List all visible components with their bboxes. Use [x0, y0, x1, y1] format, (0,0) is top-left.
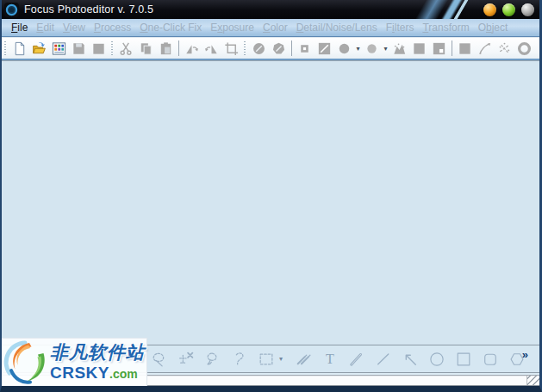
cut-button[interactable] — [116, 39, 136, 58]
crop-button[interactable] — [221, 39, 241, 58]
select-small-button[interactable] — [295, 39, 315, 58]
swatch-box-button[interactable] — [455, 39, 475, 58]
watermark: 非凡软件站 CRSKY.com — [2, 338, 147, 386]
canvas-area — [2, 60, 539, 345]
menu-object[interactable]: Object — [474, 20, 513, 35]
main-toolbar: ▾▾ — [2, 37, 539, 60]
rotate-left-button[interactable] — [182, 39, 202, 58]
minimize-button[interactable] — [483, 3, 496, 16]
brush-soft-button[interactable] — [362, 39, 382, 58]
app-window: Focus Photoeditor v. 7.0.5 FileEditViewP… — [0, 0, 542, 392]
magnetic-lasso-tool-button[interactable] — [150, 350, 169, 369]
menu-one-click-fix[interactable]: One-Click Fix — [135, 20, 206, 35]
toolbar-grip[interactable] — [243, 40, 246, 57]
tools-overflow-button[interactable]: » — [522, 348, 527, 361]
marquee-dropdown-caret-icon[interactable]: ▾ — [279, 355, 286, 363]
airbrush-button[interactable] — [389, 39, 409, 58]
menu-file[interactable]: File — [7, 20, 32, 35]
scatter-brush-button[interactable] — [495, 39, 514, 58]
menu-filters[interactable]: Filters — [382, 20, 419, 35]
toolbar-separator — [178, 40, 179, 56]
rounded-rect-tool-button[interactable] — [481, 350, 500, 369]
menu-process[interactable]: Process — [90, 20, 135, 35]
curve-lasso-tool-button[interactable] — [230, 350, 249, 369]
redo-button[interactable] — [269, 39, 289, 58]
app-logo-icon — [4, 3, 19, 17]
watermark-site-name: 非凡软件站 — [50, 344, 145, 362]
crsky-logo-icon — [3, 340, 48, 385]
copy-button[interactable] — [136, 39, 156, 58]
dropdown-caret-icon[interactable]: ▾ — [354, 45, 362, 53]
save-button[interactable] — [69, 39, 89, 58]
open-folder-button[interactable] — [29, 39, 49, 58]
color-ring-button[interactable] — [514, 39, 534, 58]
ellipse-tool-button[interactable] — [427, 350, 446, 369]
text-tool-button[interactable]: T — [321, 350, 340, 369]
menu-exposure[interactable]: Exposure — [206, 20, 259, 35]
watermark-domain: CRSKY.com — [50, 364, 145, 381]
arrow-tool-button[interactable] — [401, 350, 420, 369]
menu-bar: FileEditViewProcessOne-Click FixExposure… — [2, 19, 539, 37]
resize-grip[interactable] — [526, 376, 539, 385]
title-bar[interactable]: Focus Photoeditor v. 7.0.5 — [0, 0, 542, 19]
menu-color[interactable]: Color — [259, 20, 292, 35]
toolbar-grip[interactable] — [3, 40, 7, 57]
menu-edit[interactable]: Edit — [32, 20, 59, 35]
pencil-tool-button[interactable] — [347, 350, 366, 369]
maximize-button[interactable] — [502, 3, 515, 16]
pen-arrow-button[interactable] — [475, 39, 495, 58]
line-tool-button[interactable] — [374, 350, 393, 369]
new-document-button[interactable] — [9, 39, 29, 58]
window-title: Focus Photoeditor v. 7.0.5 — [24, 3, 153, 16]
toolbar-separator — [452, 40, 452, 56]
toolbar-separator — [291, 40, 292, 56]
color-box-button[interactable] — [409, 39, 429, 58]
line-style-button[interactable] — [315, 39, 334, 58]
menu-view[interactable]: View — [59, 20, 90, 35]
extract-wand-tool-button[interactable] — [177, 350, 196, 369]
rectangle-tool-button[interactable] — [454, 350, 473, 369]
dropdown-caret-icon[interactable]: ▾ — [382, 45, 389, 53]
freehand-lasso-tool-button[interactable] — [203, 350, 222, 369]
menu-detail-noise-lens[interactable]: Detail/Noise/Lens — [292, 20, 382, 35]
rect-marquee-tool-button[interactable] — [257, 350, 276, 369]
paste-button[interactable] — [156, 39, 176, 58]
undo-button[interactable] — [249, 39, 269, 58]
close-button[interactable] — [521, 3, 534, 16]
window-controls — [483, 3, 542, 16]
toolbar-grip[interactable] — [110, 40, 114, 57]
image-browser-button[interactable] — [49, 39, 69, 58]
rotate-right-button[interactable] — [202, 39, 221, 58]
save-all-button[interactable] — [89, 39, 109, 58]
menu-transform[interactable]: Transform — [418, 20, 473, 35]
brush-hard-button[interactable] — [334, 39, 354, 58]
pattern-box-button[interactable] — [429, 39, 449, 58]
clone-pens-tool-button[interactable] — [294, 350, 313, 369]
